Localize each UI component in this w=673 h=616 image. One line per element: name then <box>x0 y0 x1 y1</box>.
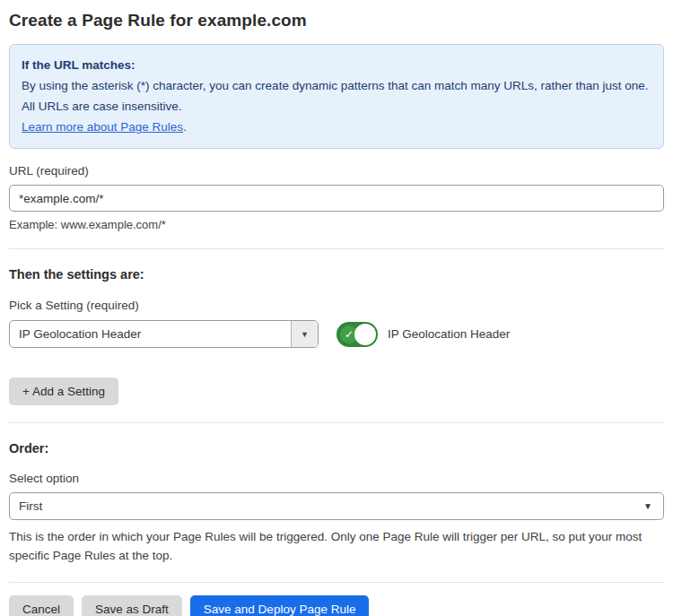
divider <box>9 248 664 249</box>
divider <box>9 582 664 583</box>
info-box-link-line: Learn more about Page Rules. <box>22 117 651 137</box>
divider <box>9 422 664 423</box>
settings-section-heading: Then the settings are: <box>9 267 664 282</box>
pick-setting-label: Pick a Setting (required) <box>9 299 664 312</box>
info-box-heading: If the URL matches: <box>22 55 651 75</box>
order-select-value: First <box>19 499 42 513</box>
save-and-deploy-button[interactable]: Save and Deploy Page Rule <box>190 595 370 616</box>
order-section-heading: Order: <box>9 441 664 455</box>
order-helper-text: This is the order in which your Page Rul… <box>9 527 655 565</box>
chevron-down-icon: ▼ <box>643 501 652 511</box>
setting-row: IP Geolocation Header ▼ ✓ IP Geolocation… <box>9 320 664 348</box>
order-select[interactable]: First ▼ <box>9 492 664 520</box>
setting-picker-caret-button[interactable]: ▼ <box>291 321 318 347</box>
add-setting-button[interactable]: + Add a Setting <box>9 377 118 405</box>
setting-picker-value: IP Geolocation Header <box>10 321 291 347</box>
learn-more-link[interactable]: Learn more about Page Rules <box>22 120 183 134</box>
create-page-rule-form: Create a Page Rule for example.com If th… <box>0 0 673 616</box>
cancel-button[interactable]: Cancel <box>9 595 74 616</box>
select-option-label: Select option <box>9 472 664 485</box>
ip-geolocation-toggle[interactable]: ✓ <box>336 322 378 347</box>
chevron-down-icon: ▼ <box>301 330 309 339</box>
url-input[interactable] <box>9 185 664 212</box>
url-match-info-box: If the URL matches: By using the asteris… <box>9 44 664 149</box>
toggle-label: IP Geolocation Header <box>388 327 510 341</box>
setting-picker-dropdown[interactable]: IP Geolocation Header ▼ <box>9 320 319 348</box>
toggle-knob <box>354 324 376 345</box>
info-box-body: By using the asterisk (*) character, you… <box>22 75 651 117</box>
link-period: . <box>183 120 187 134</box>
url-field-label: URL (required) <box>9 164 664 178</box>
url-example-helper: Example: www.example.com/* <box>9 218 664 231</box>
save-as-draft-button[interactable]: Save as Draft <box>82 595 182 616</box>
page-title: Create a Page Rule for example.com <box>9 11 664 30</box>
footer-button-row: Cancel Save as Draft Save and Deploy Pag… <box>9 595 664 616</box>
